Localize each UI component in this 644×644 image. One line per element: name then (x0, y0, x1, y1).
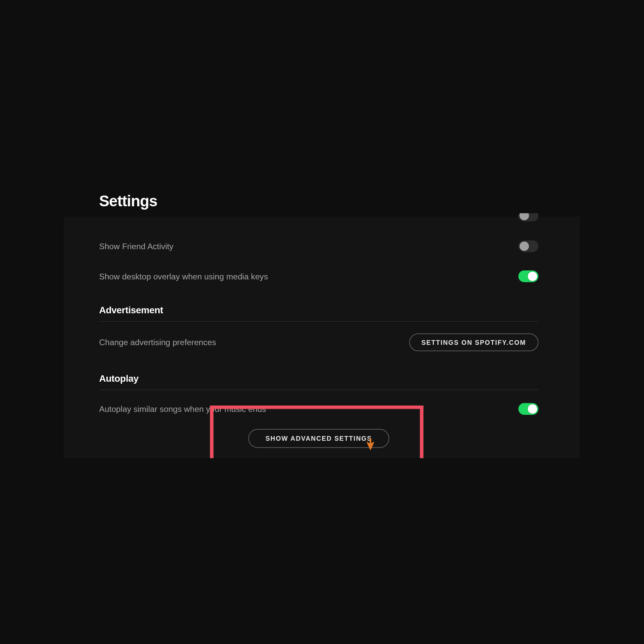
autoplay-toggle[interactable] (518, 403, 538, 415)
advanced-settings-wrap: SHOW ADVANCED SETTINGS (99, 429, 538, 448)
title-bar: Settings (64, 185, 580, 217)
settings-on-spotify-button[interactable]: SETTINGS ON SPOTIFY.COM (409, 333, 538, 351)
settings-content: Show Friend Activity Show desktop overla… (99, 217, 538, 458)
autoplay-heading: Autoplay (99, 374, 538, 384)
desktop-overlay-toggle[interactable] (518, 270, 538, 282)
advertising-preferences-label: Change advertising preferences (99, 338, 216, 347)
row-desktop-overlay: Show desktop overlay when using media ke… (99, 270, 538, 282)
settings-panel: Settings Show Friend Activity Show deskt… (64, 185, 580, 458)
page-title: Settings (99, 192, 157, 210)
desktop-overlay-label: Show desktop overlay when using media ke… (99, 272, 268, 281)
autoplay-label: Autoplay similar songs when your music e… (99, 404, 266, 414)
row-autoplay: Autoplay similar songs when your music e… (99, 403, 538, 415)
divider-advertisement (99, 321, 538, 322)
row-friend-activity: Show Friend Activity (99, 240, 538, 252)
advertisement-heading: Advertisement (99, 305, 538, 316)
cutoff-toggle-sliver (518, 213, 538, 222)
row-advertising-preferences: Change advertising preferences SETTINGS … (99, 333, 538, 351)
friend-activity-label: Show Friend Activity (99, 241, 173, 251)
cursor-arrow-icon (363, 438, 374, 450)
friend-activity-toggle[interactable] (518, 240, 538, 252)
divider-autoplay (99, 389, 538, 390)
